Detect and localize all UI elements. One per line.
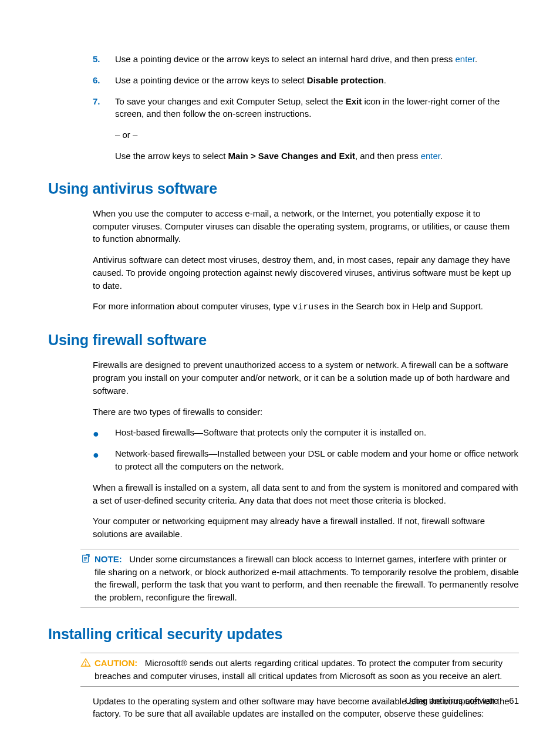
section-antivirus: When you use the computer to access e-ma…: [93, 207, 519, 314]
list-item: ● Network-based firewalls—Installed betw…: [93, 447, 519, 473]
step-6: 6. Use a pointing device or the arrow ke…: [93, 74, 519, 87]
note-icon: [80, 553, 93, 604]
paragraph: Antivirus software can detect most virus…: [93, 254, 519, 292]
bullet-icon: ●: [93, 426, 115, 439]
page: 5. Use a pointing device or the arrow ke…: [0, 0, 560, 746]
step-number: 6.: [93, 74, 115, 87]
or-separator: – or –: [115, 129, 519, 141]
caution-text: Microsoft® sends out alerts regarding cr…: [95, 658, 502, 681]
caution-callout: CAUTION: Microsoft® sends out alerts reg…: [80, 653, 519, 687]
heading-updates: Installing critical security updates: [48, 623, 519, 644]
paragraph: For more information about computer viru…: [93, 300, 519, 314]
paragraph: When a firewall is installed on a system…: [93, 481, 519, 507]
section-firewall: Firewalls are designed to prevent unauth…: [93, 359, 519, 541]
bullet-icon: ●: [93, 447, 115, 473]
heading-firewall: Using firewall software: [48, 329, 519, 350]
step-7: 7. To save your changes and exit Compute…: [93, 95, 519, 163]
paragraph: Your computer or networking equipment ma…: [93, 515, 519, 541]
note-label: NOTE:: [95, 554, 122, 564]
step-5: 5. Use a pointing device or the arrow ke…: [93, 53, 519, 66]
list-item: ● Host-based firewalls—Software that pro…: [93, 426, 519, 439]
page-footer: Using antivirus software61: [405, 694, 519, 707]
note-callout: NOTE: Under some circumstances a firewal…: [80, 549, 519, 608]
bold-text: Main > Save Changes and Exit: [228, 151, 355, 161]
svg-point-5: [85, 664, 86, 665]
bullet-text: Network-based firewalls—Installed betwee…: [115, 447, 519, 473]
caution-body: CAUTION: Microsoft® sends out alerts reg…: [93, 657, 519, 683]
enter-link[interactable]: enter: [421, 151, 440, 161]
note-body: NOTE: Under some circumstances a firewal…: [93, 553, 519, 604]
paragraph: When you use the computer to access e-ma…: [93, 207, 519, 245]
bold-text: Exit: [346, 96, 362, 106]
caution-icon: [80, 657, 93, 683]
ordered-steps: 5. Use a pointing device or the arrow ke…: [93, 53, 519, 163]
paragraph: There are two types of firewalls to cons…: [93, 406, 519, 418]
step-text: Use a pointing device or the arrow keys …: [115, 53, 519, 66]
step-body: Use a pointing device or the arrow keys …: [115, 53, 519, 66]
step-text: To save your changes and exit Computer S…: [115, 95, 519, 121]
step-body: Use a pointing device or the arrow keys …: [115, 74, 519, 87]
step-number: 5.: [93, 53, 115, 66]
step-text: Use a pointing device or the arrow keys …: [115, 74, 519, 87]
bullet-list: ● Host-based firewalls—Software that pro…: [93, 426, 519, 473]
step-body: To save your changes and exit Computer S…: [115, 95, 519, 163]
inline-code: viruses: [292, 302, 329, 312]
bullet-text: Host-based firewalls—Software that prote…: [115, 426, 519, 439]
paragraph: Firewalls are designed to prevent unauth…: [93, 359, 519, 397]
enter-link[interactable]: enter: [456, 54, 475, 64]
note-text: Under some circumstances a firewall can …: [95, 554, 519, 602]
heading-antivirus: Using antivirus software: [48, 178, 519, 199]
caution-label: CAUTION:: [95, 658, 137, 668]
step-number: 7.: [93, 95, 115, 163]
footer-section-title: Using antivirus software: [405, 696, 498, 706]
bold-text: Disable protection: [307, 75, 384, 85]
page-number: 61: [509, 696, 519, 706]
step-text: Use the arrow keys to select Main > Save…: [115, 150, 519, 163]
